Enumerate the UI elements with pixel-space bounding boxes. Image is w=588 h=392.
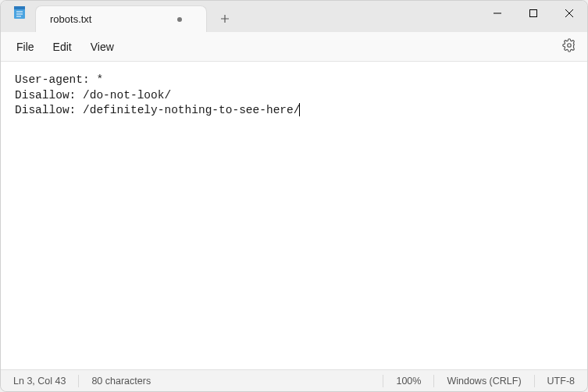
svg-point-11 <box>568 44 572 48</box>
unsaved-indicator-icon <box>177 17 182 22</box>
editor-line: Disallow: /definitely-nothing-to-see-her… <box>15 104 300 116</box>
status-zoom[interactable]: 100% <box>383 370 433 391</box>
tab-robots[interactable]: robots.txt <box>35 5 207 32</box>
editor-line: User-agent: * <box>15 73 103 86</box>
close-button[interactable] <box>551 1 587 26</box>
status-encoding[interactable]: UTF-8 <box>535 370 587 391</box>
text-caret-icon <box>299 103 300 116</box>
status-line-ending[interactable]: Windows (CRLF) <box>434 370 533 391</box>
menu-view[interactable]: View <box>81 36 123 58</box>
maximize-button[interactable] <box>515 1 551 26</box>
statusbar: Ln 3, Col 43 80 characters 100% Windows … <box>1 369 587 391</box>
menu-edit[interactable]: Edit <box>44 36 81 58</box>
svg-rect-1 <box>14 6 25 9</box>
svg-rect-8 <box>530 10 537 17</box>
settings-button[interactable] <box>559 37 579 57</box>
titlebar: robots.txt <box>1 1 587 32</box>
menubar: File Edit View <box>1 32 587 62</box>
menu-file[interactable]: File <box>7 36 44 58</box>
minimize-button[interactable] <box>479 1 515 26</box>
status-charcount: 80 characters <box>79 370 163 391</box>
editor-line: Disallow: /do-not-look/ <box>15 89 171 102</box>
new-tab-button[interactable] <box>212 5 238 32</box>
status-position[interactable]: Ln 3, Col 43 <box>1 370 78 391</box>
window-controls <box>479 1 587 26</box>
tab-title: robots.txt <box>50 13 91 25</box>
notepad-app-icon <box>12 5 27 20</box>
text-editor[interactable]: User-agent: * Disallow: /do-not-look/ Di… <box>1 62 587 369</box>
gear-icon <box>562 38 576 55</box>
